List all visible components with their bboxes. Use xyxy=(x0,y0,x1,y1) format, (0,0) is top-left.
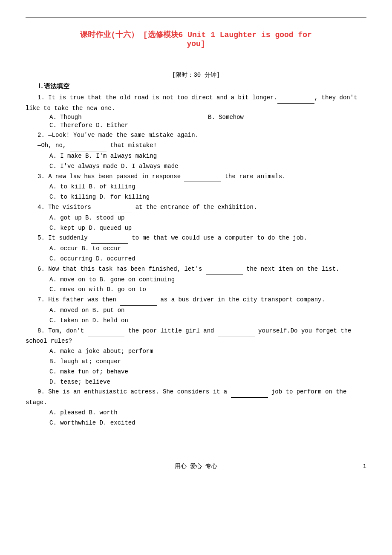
q4-opt-ab: A. got up B. stood up xyxy=(49,213,366,223)
footer-page: 1 xyxy=(363,463,366,470)
q9-opt-cd: C. worthwhile D. excited xyxy=(49,418,366,428)
blank-4 xyxy=(95,202,132,213)
question-1-text: 1. It is true that the old road is not t… xyxy=(26,93,366,114)
title-line2: you] xyxy=(26,40,366,48)
q6-opt-ab: A. move on to B. gone on continuing xyxy=(49,275,366,285)
q1-opt-a: A. Though xyxy=(49,114,208,121)
q3-opt-ab: A. to kill B. of killing xyxy=(49,182,366,192)
title-line1: 课时作业(十六） [选修模块6 Unit 1 Laughter is good … xyxy=(26,29,366,40)
section1-header: Ⅰ.语法填空 xyxy=(26,82,366,90)
q6-opt-cd: C. move on with D. go on to xyxy=(49,285,366,295)
top-divider xyxy=(26,17,366,17)
question-4-text: 4. The visitors at the entrance of the e… xyxy=(26,202,366,213)
blank-7 xyxy=(120,295,157,306)
blank-8b xyxy=(218,326,255,337)
q1-opt-cd: C. Therefore D. Either xyxy=(49,121,366,131)
question-5-text: 5. It suddenly to me that we could use a… xyxy=(26,233,366,244)
blank-2 xyxy=(70,141,107,151)
question-8-text: 8. Tom, don't the poor little girl and y… xyxy=(26,326,366,347)
q9-opt-ab: A. pleased B. worth xyxy=(49,408,366,418)
blank-5 xyxy=(91,233,128,244)
q2-opt-cd: C. I've always made D. I always made xyxy=(49,162,366,172)
blank-6 xyxy=(206,264,243,275)
q5-opt-cd: C. occurring D. occurred xyxy=(49,254,366,264)
q7-opt-ab: A. moved on B. put on xyxy=(49,306,366,316)
time-limit: [限时：30 分钟] xyxy=(26,71,366,79)
q8-opt-c: C. make fun of; behave xyxy=(49,367,366,377)
question-6-text: 6. Now that this task has been finished,… xyxy=(26,264,366,275)
blank-3 xyxy=(184,172,221,182)
question-2-text2: —Oh, no, that mistake! xyxy=(26,141,366,151)
q8-opt-b: B. laugh at; conquer xyxy=(49,357,366,367)
q7-opt-cd: C. taken on D. held on xyxy=(49,316,366,326)
blank-8a xyxy=(88,326,125,337)
q5-opt-ab: A. occur B. to occur xyxy=(49,244,366,254)
question-9-text: 9. She is an enthusiastic actress. She c… xyxy=(26,387,366,408)
question-7-text: 7. His father was then as a bus driver i… xyxy=(26,295,366,306)
footer-center: 用心 爱心 专心 xyxy=(26,462,366,470)
q1-opt-b: B. Somehow xyxy=(208,114,366,121)
q8-opt-d: D. tease; believe xyxy=(49,377,366,387)
q4-opt-cd: C. kept up D. queued up xyxy=(49,223,366,234)
question-3-text: 3. A new law has been passed in response… xyxy=(26,172,366,182)
q8-opt-a: A. make a joke about; perform xyxy=(49,347,366,357)
q2-opt-ab: A. I make B. I'm always making xyxy=(49,151,366,162)
question-2-text1: 2. —Look! You've made the same mistake a… xyxy=(26,130,366,141)
q3-opt-cd: C. to killing D. for killing xyxy=(49,192,366,202)
blank-9 xyxy=(231,387,268,398)
title-block: 课时作业(十六） [选修模块6 Unit 1 Laughter is good … xyxy=(26,29,366,48)
blank-1 xyxy=(277,93,314,104)
